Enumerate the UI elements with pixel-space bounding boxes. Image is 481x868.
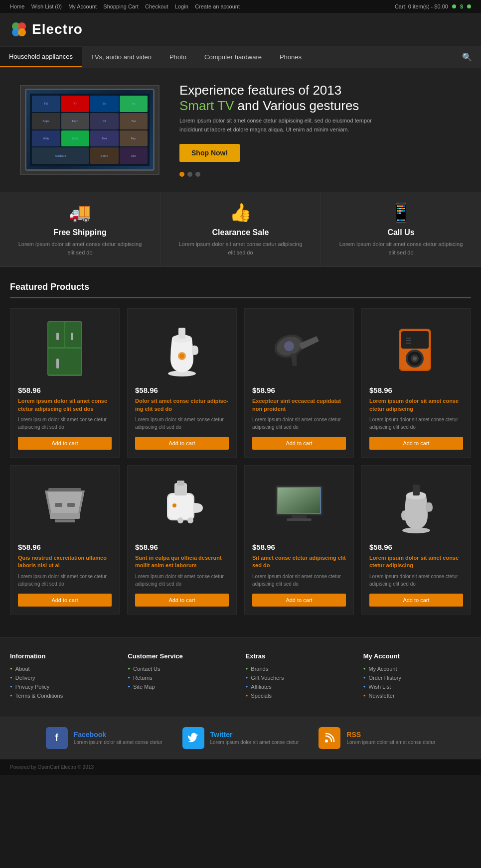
- features-section: 🚚 Free Shipping Lorem ipsum dolor sit am…: [0, 192, 481, 267]
- footer-link-wishlist[interactable]: Wish List: [363, 684, 471, 690]
- nav-household[interactable]: Household appliances: [0, 47, 82, 67]
- svg-rect-32: [55, 519, 75, 522]
- product-price-2: $58.96: [135, 386, 229, 394]
- footer-link-sitemap-anchor[interactable]: Site Map: [133, 684, 155, 690]
- footer-link-orderhistory-anchor[interactable]: Order History: [369, 675, 401, 681]
- nav-account[interactable]: My Account: [68, 3, 97, 9]
- add-to-cart-button-4[interactable]: Add to cart: [369, 437, 463, 450]
- kettle-icon: [160, 319, 204, 378]
- footer-link-brands[interactable]: Brands: [246, 666, 353, 672]
- footer-link-privacy-anchor[interactable]: Privacy Policy: [15, 684, 49, 690]
- product-price-1: $58.96: [18, 386, 112, 394]
- logo-text: Electro: [32, 21, 83, 37]
- add-to-cart-button-6[interactable]: Add to cart: [135, 594, 229, 607]
- nav-cart-link[interactable]: Shopping Cart: [103, 3, 138, 9]
- footer-link-specials-anchor[interactable]: Specials: [251, 693, 272, 699]
- top-nav[interactable]: Home Wish List (0) My Account Shopping C…: [10, 3, 245, 10]
- svg-rect-33: [48, 488, 81, 491]
- svg-rect-31: [50, 513, 80, 519]
- nav-create-account[interactable]: Create an account: [195, 3, 240, 9]
- footer-link-contact[interactable]: Contact Us: [128, 666, 235, 672]
- footer-link-newsletter[interactable]: Newsletter: [363, 693, 471, 699]
- footer-link-terms[interactable]: Terms & Conditions: [10, 693, 118, 699]
- add-to-cart-button-3[interactable]: Add to cart: [252, 437, 346, 450]
- nav-home[interactable]: Home: [10, 3, 24, 9]
- footer-link-myaccount[interactable]: My Account: [363, 666, 471, 672]
- nav-phones[interactable]: Phones: [271, 47, 311, 67]
- tv-screen: FB YT Sk Hu Apps Fam Fit Twi Web USA Twi…: [25, 89, 155, 171]
- product-title-5: Quis nostrud exercitation ullamco labori…: [18, 554, 112, 570]
- footer-link-affiliates-anchor[interactable]: Affiliates: [251, 684, 271, 690]
- product-card-3: $58.96 Excepteur sint occaecat cupidatat…: [244, 308, 354, 458]
- social-rss[interactable]: RSS Lorem ipsum dolor sit amet conse cte…: [319, 727, 435, 749]
- footer-link-brands-anchor[interactable]: Brands: [251, 666, 268, 672]
- footer-link-wishlist-anchor[interactable]: Wish List: [369, 684, 391, 690]
- product-grid-row2: $58.96 Quis nostrud exercitation ullamco…: [10, 465, 471, 615]
- nav-tvs[interactable]: TVs, audio and video: [82, 47, 160, 67]
- tv-app: Twit: [90, 130, 119, 147]
- product-img-7: [252, 473, 346, 538]
- nav-photo[interactable]: Photo: [160, 47, 195, 67]
- product-desc-2: Lorem ipsum dolor sit amet conse ctetur …: [135, 416, 229, 431]
- hero-dot-2[interactable]: [187, 172, 192, 177]
- feature-desc-shipping: Lorem ipsum dolor sit amet conse ctetur …: [15, 240, 145, 256]
- svg-rect-47: [287, 518, 312, 521]
- facebook-desc: Lorem ipsum dolor sit amet conse ctetur: [74, 740, 162, 745]
- monitor-icon: [272, 478, 326, 533]
- featured-section: Featured Products $58.96 Lorem ipsum dol…: [0, 267, 481, 637]
- tv-app: Fam: [61, 113, 90, 129]
- svg-rect-28: [406, 343, 411, 344]
- nav-checkout[interactable]: Checkout: [145, 3, 168, 9]
- footer-link-sitemap[interactable]: Site Map: [128, 684, 235, 690]
- rss-text: RSS Lorem ipsum dolor sit amet conse cte…: [346, 731, 435, 745]
- feature-title-clearance: Clearance Sale: [212, 228, 269, 237]
- footer-link-specials[interactable]: Specials: [246, 693, 353, 699]
- tv-app: YT: [61, 96, 90, 112]
- footer-link-returns-anchor[interactable]: Returns: [133, 675, 153, 681]
- footer-link-terms-anchor[interactable]: Terms & Conditions: [15, 693, 63, 699]
- shop-now-button[interactable]: Shop Now!: [179, 144, 240, 162]
- footer-link-delivery-anchor[interactable]: Delivery: [15, 675, 35, 681]
- hero-image: FB YT Sk Hu Apps Fam Fit Twi Web USA Twi…: [20, 85, 160, 175]
- tv-app: Score: [90, 147, 119, 164]
- footer-link-affiliates[interactable]: Affiliates: [246, 684, 353, 690]
- footer-col-list-extras: Brands Gift Vouchers Affiliates Specials: [246, 666, 353, 699]
- product-title-3: Excepteur sint occaecat cupidatat non pr…: [252, 397, 346, 413]
- svg-rect-46: [292, 515, 307, 518]
- facebook-icon: f: [46, 727, 68, 749]
- search-icon[interactable]: 🔍: [453, 46, 481, 68]
- tv-app: USA: [61, 130, 90, 147]
- footer-links: Information About Delivery Privacy Polic…: [0, 637, 481, 717]
- nav-computer[interactable]: Computer hardware: [195, 47, 271, 67]
- nav-wishlist[interactable]: Wish List (0): [31, 3, 62, 9]
- add-to-cart-button-1[interactable]: Add to cart: [18, 437, 112, 450]
- add-to-cart-button-8[interactable]: Add to cart: [369, 594, 463, 607]
- footer-link-returns[interactable]: Returns: [128, 675, 235, 681]
- add-to-cart-button-2[interactable]: Add to cart: [135, 437, 229, 450]
- footer-link-vouchers-anchor[interactable]: Gift Vouchers: [251, 675, 284, 681]
- social-facebook[interactable]: f Facebook Lorem ipsum dolor sit amet co…: [46, 727, 162, 749]
- footer-link-contact-anchor[interactable]: Contact Us: [133, 666, 160, 672]
- footer-link-vouchers[interactable]: Gift Vouchers: [246, 675, 353, 681]
- tv-screen-inner: FB YT Sk Hu Apps Fam Fit Twi Web USA Twi…: [30, 94, 150, 166]
- feature-desc-callus: Lorem ipsum dolor sit amet conse ctetur …: [336, 240, 466, 256]
- svg-rect-27: [406, 340, 411, 341]
- footer-link-privacy[interactable]: Privacy Policy: [10, 684, 118, 690]
- footer-link-myaccount-anchor[interactable]: My Account: [369, 666, 397, 672]
- nav-login[interactable]: Login: [175, 3, 188, 9]
- footer-link-about[interactable]: About: [10, 666, 118, 672]
- hero-dot-1[interactable]: [179, 172, 184, 177]
- social-twitter[interactable]: Twitter Lorem ipsum dolor sit amet conse…: [182, 727, 299, 749]
- svg-rect-26: [406, 338, 411, 339]
- add-to-cart-button-7[interactable]: Add to cart: [252, 594, 346, 607]
- svg-marker-30: [47, 492, 82, 513]
- footer-link-newsletter-anchor[interactable]: Newsletter: [369, 693, 395, 699]
- product-title-1: Lorem ipsum dolor sit amet conse ctetur …: [18, 397, 112, 413]
- rss-title: RSS: [346, 731, 435, 739]
- hero-dot-3[interactable]: [195, 172, 200, 177]
- add-to-cart-button-5[interactable]: Add to cart: [18, 594, 112, 607]
- footer-link-about-anchor[interactable]: About: [15, 666, 30, 672]
- footer-link-orderhistory[interactable]: Order History: [363, 675, 471, 681]
- footer-link-delivery[interactable]: Delivery: [10, 675, 118, 681]
- dollar-sign: $: [460, 3, 463, 9]
